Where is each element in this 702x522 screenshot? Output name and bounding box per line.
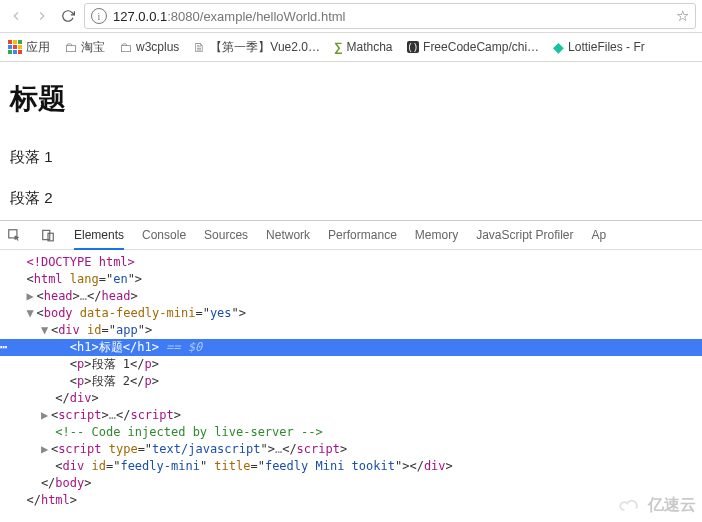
bookmark-mathcha[interactable]: ∑ Mathcha xyxy=(334,40,393,54)
dom-feedly-div[interactable]: <div id="feedly-mini" title="feedly Mini… xyxy=(0,458,702,475)
bookmark-star-icon[interactable]: ☆ xyxy=(676,7,689,25)
dom-comment[interactable]: <!-- Code injected by live-server --> xyxy=(0,424,702,441)
bookmark-apps[interactable]: 应用 xyxy=(8,39,50,56)
dom-div-app-open[interactable]: ▼<div id="app"> xyxy=(0,322,702,339)
bookmark-taobao[interactable]: 🗀 淘宝 xyxy=(64,39,105,56)
dom-tree[interactable]: <!DOCTYPE html> <html lang="en"> ▶<head>… xyxy=(0,250,702,513)
devtools-panel: Elements Console Sources Network Perform… xyxy=(0,220,702,513)
bookmarks-bar: 应用 🗀 淘宝 🗀 w3cplus 🗎 【第一季】Vue2.0… ∑ Mathc… xyxy=(0,33,702,62)
address-bar[interactable]: i 127.0.0.1:8080/example/helloWorld.html… xyxy=(84,3,696,29)
tab-performance[interactable]: Performance xyxy=(328,222,397,248)
browser-navbar: i 127.0.0.1:8080/example/helloWorld.html… xyxy=(0,0,702,33)
dom-html-open[interactable]: <html lang="en"> xyxy=(0,271,702,288)
site-info-icon[interactable]: i xyxy=(91,8,107,24)
folder-icon: 🗀 xyxy=(64,40,77,55)
watermark: 亿速云 xyxy=(618,495,696,516)
url-host: 127.0.0.1:8080/example/helloWorld.html xyxy=(113,9,345,24)
bookmark-w3cplus[interactable]: 🗀 w3cplus xyxy=(119,40,179,55)
dom-body-open[interactable]: ▼<body data-feedly-mini="yes"> xyxy=(0,305,702,322)
tab-memory[interactable]: Memory xyxy=(415,222,458,248)
bookmark-label: LottieFiles - Fr xyxy=(568,40,645,54)
dom-p2[interactable]: <p>段落 2</p> xyxy=(0,373,702,390)
bookmark-label: 应用 xyxy=(26,39,50,56)
dom-body-close[interactable]: </body> xyxy=(0,475,702,492)
page-title: 标题 xyxy=(10,80,692,118)
bookmark-label: 淘宝 xyxy=(81,39,105,56)
dom-p1[interactable]: <p>段落 1</p> xyxy=(0,356,702,373)
bookmark-label: FreeCodeCamp/chi… xyxy=(423,40,539,54)
forward-button[interactable] xyxy=(32,6,52,26)
dom-script2[interactable]: ▶<script type="text/javascript">…</scrip… xyxy=(0,441,702,458)
device-toolbar-icon[interactable] xyxy=(40,227,56,243)
mathcha-icon: ∑ xyxy=(334,40,343,54)
dom-div-app-close[interactable]: </div> xyxy=(0,390,702,407)
bookmark-label: Mathcha xyxy=(347,40,393,54)
dom-script1[interactable]: ▶<script>…</script> xyxy=(0,407,702,424)
bookmark-label: w3cplus xyxy=(136,40,179,54)
folder-icon: 🗀 xyxy=(119,40,132,55)
bookmark-fcc[interactable]: ( ) FreeCodeCamp/chi… xyxy=(407,40,540,54)
back-button[interactable] xyxy=(6,6,26,26)
tab-jsprofiler[interactable]: JavaScript Profiler xyxy=(476,222,573,248)
file-icon: 🗎 xyxy=(193,40,206,55)
fcc-icon: ( ) xyxy=(407,41,420,53)
dom-doctype[interactable]: <!DOCTYPE html> xyxy=(0,254,702,271)
dom-h1-selected[interactable]: <h1>标题</h1> == $0 xyxy=(0,339,702,356)
apps-icon xyxy=(8,40,22,54)
tab-sources[interactable]: Sources xyxy=(204,222,248,248)
tab-console[interactable]: Console xyxy=(142,222,186,248)
paragraph-1: 段落 1 xyxy=(10,148,692,167)
devtools-tabs: Elements Console Sources Network Perform… xyxy=(0,221,702,250)
bookmark-vue[interactable]: 🗎 【第一季】Vue2.0… xyxy=(193,39,320,56)
tab-network[interactable]: Network xyxy=(266,222,310,248)
bookmark-lottie[interactable]: ◆ LottieFiles - Fr xyxy=(553,39,645,55)
paragraph-2: 段落 2 xyxy=(10,189,692,208)
reload-button[interactable] xyxy=(58,6,78,26)
svg-rect-1 xyxy=(43,230,50,239)
lottie-icon: ◆ xyxy=(553,39,564,55)
bookmark-label: 【第一季】Vue2.0… xyxy=(210,39,320,56)
tab-application[interactable]: Ap xyxy=(592,222,607,248)
inspect-element-icon[interactable] xyxy=(6,227,22,243)
page-content: 标题 段落 1 段落 2 xyxy=(0,62,702,220)
tab-elements[interactable]: Elements xyxy=(74,222,124,250)
dom-head[interactable]: ▶<head>…</head> xyxy=(0,288,702,305)
dom-html-close[interactable]: </html> xyxy=(0,492,702,509)
